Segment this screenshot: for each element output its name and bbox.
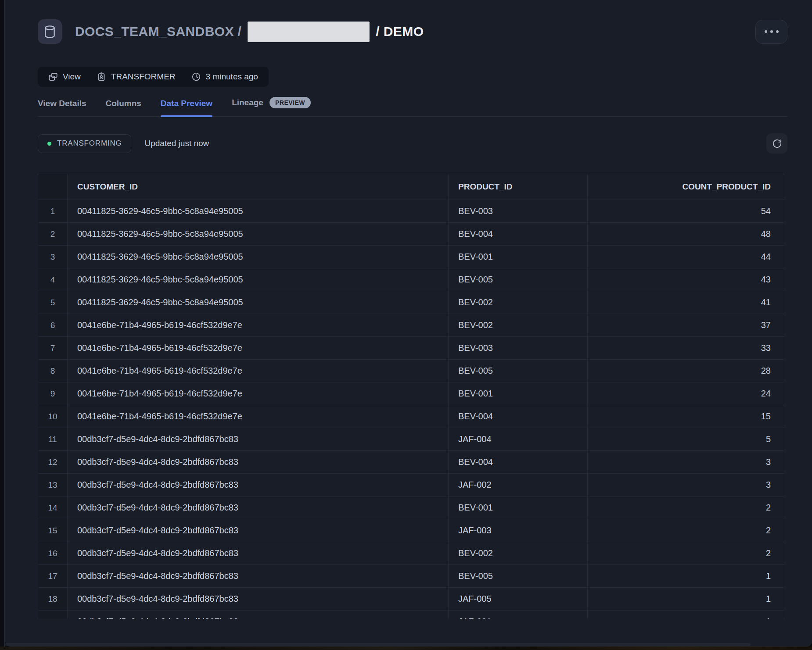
- product-id-cell: BEV-003: [449, 337, 588, 360]
- table-row: 200411825-3629-46c5-9bbc-5c8a94e95005BEV…: [38, 223, 784, 246]
- customer-id-header: CUSTOMER_ID: [68, 174, 449, 200]
- count-product-id-header: COUNT_PRODUCT_ID: [588, 174, 784, 200]
- row-number-cell: 14: [38, 496, 68, 519]
- customer-id-cell: 00db3cf7-d5e9-4dc4-8dc9-2bdfd867bc83: [68, 428, 449, 451]
- count-cell: 1: [588, 565, 784, 588]
- row-number-cell: 19: [38, 611, 68, 619]
- status-row: TRANSFORMING Updated just now: [38, 133, 787, 154]
- row-number-cell: 10: [38, 405, 68, 428]
- count-cell: 28: [588, 360, 784, 382]
- count-cell: 2: [588, 496, 784, 519]
- refresh-icon: [772, 139, 782, 149]
- product-id-cell: BEV-002: [449, 291, 588, 314]
- row-number-cell: 13: [38, 474, 68, 496]
- row-number-cell: 8: [38, 360, 68, 382]
- page-title: DOCS_TEAM_SANDBOX / / DEMO: [75, 21, 424, 42]
- screen-bottom-edge: [0, 646, 812, 650]
- table-row: 1700db3cf7-d5e9-4dc4-8dc9-2bdfd867bc83BE…: [38, 565, 784, 588]
- tab-columns[interactable]: Columns: [106, 99, 141, 116]
- count-cell: 1: [588, 611, 784, 619]
- count-cell: 3: [588, 474, 784, 496]
- product-id-cell: BEV-005: [449, 360, 588, 382]
- product-id-cell: BEV-004: [449, 451, 588, 474]
- table-row: 1300db3cf7-d5e9-4dc4-8dc9-2bdfd867bc83JA…: [38, 474, 784, 496]
- product-id-cell: JAF-002: [449, 474, 588, 496]
- table-row: 80041e6be-71b4-4965-b619-46cf532d9e7eBEV…: [38, 360, 784, 382]
- customer-id-cell: 00411825-3629-46c5-9bbc-5c8a94e95005: [68, 223, 449, 246]
- row-number-cell: 16: [38, 542, 68, 565]
- preview-badge: PREVIEW: [269, 97, 311, 108]
- customer-id-cell: 00db3cf7-d5e9-4dc4-8dc9-2bdfd867bc83: [68, 565, 449, 588]
- last-updated-badge: 3 minutes ago: [191, 72, 258, 82]
- table-row: 1100db3cf7-d5e9-4dc4-8dc9-2bdfd867bc83JA…: [38, 428, 784, 451]
- table-row: 1600db3cf7-d5e9-4dc4-8dc9-2bdfd867bc83BE…: [38, 542, 784, 565]
- product-id-cell: BEV-001: [449, 246, 588, 268]
- table-row: 100411825-3629-46c5-9bbc-5c8a94e95005BEV…: [38, 200, 784, 223]
- product-id-cell: BEV-005: [449, 268, 588, 291]
- tab-lineage[interactable]: Lineage PREVIEW: [232, 97, 311, 116]
- count-cell: 37: [588, 314, 784, 337]
- table-row: 90041e6be-71b4-4965-b619-46cf532d9e7eBEV…: [38, 382, 784, 405]
- database-icon: [38, 19, 62, 44]
- row-number-cell: 6: [38, 314, 68, 337]
- customer-id-cell: 00db3cf7-d5e9-4dc4-8dc9-2bdfd867bc83: [68, 542, 449, 565]
- table-row: 1500db3cf7-d5e9-4dc4-8dc9-2bdfd867bc83JA…: [38, 519, 784, 542]
- customer-id-cell: 00411825-3629-46c5-9bbc-5c8a94e95005: [68, 268, 449, 291]
- age-label: 3 minutes ago: [206, 72, 258, 82]
- refresh-button[interactable]: [766, 133, 787, 154]
- count-cell: 5: [588, 428, 784, 451]
- data-preview-table: CUSTOMER_ID PRODUCT_ID COUNT_PRODUCT_ID …: [38, 174, 784, 619]
- product-id-cell: BEV-005: [449, 565, 588, 588]
- customer-id-cell: 0041e6be-71b4-4965-b619-46cf532d9e7e: [68, 337, 449, 360]
- table-row: 1900db3cf7-d5e9-4dc4-8dc9-2bdfd867bc83JA…: [38, 611, 784, 619]
- product-id-header: PRODUCT_ID: [449, 174, 588, 200]
- status-badge: TRANSFORMING: [38, 134, 131, 153]
- product-id-cell: BEV-001: [449, 496, 588, 519]
- data-preview-table-container[interactable]: CUSTOMER_ID PRODUCT_ID COUNT_PRODUCT_ID …: [38, 174, 787, 619]
- view-icon: [48, 72, 58, 82]
- horizontal-scrollbar[interactable]: [5, 643, 751, 646]
- row-number-header: [38, 174, 68, 200]
- count-cell: 54: [588, 200, 784, 223]
- count-cell: 2: [588, 519, 784, 542]
- updated-text: Updated just now: [144, 139, 209, 148]
- count-cell: 3: [588, 451, 784, 474]
- table-header-row: CUSTOMER_ID PRODUCT_ID COUNT_PRODUCT_ID: [38, 174, 784, 200]
- row-number-cell: 7: [38, 337, 68, 360]
- row-number-cell: 18: [38, 588, 68, 611]
- customer-id-cell: 0041e6be-71b4-4965-b619-46cf532d9e7e: [68, 360, 449, 382]
- customer-id-cell: 00db3cf7-d5e9-4dc4-8dc9-2bdfd867bc83: [68, 474, 449, 496]
- role-badge: TRANSFORMER: [97, 72, 176, 82]
- more-actions-button[interactable]: [755, 20, 787, 44]
- table-row: 400411825-3629-46c5-9bbc-5c8a94e95005BEV…: [38, 268, 784, 291]
- tab-data-preview[interactable]: Data Preview: [161, 99, 212, 116]
- product-id-cell: JAF-005: [449, 588, 588, 611]
- customer-id-cell: 00db3cf7-d5e9-4dc4-8dc9-2bdfd867bc83: [68, 519, 449, 542]
- status-dot-icon: [47, 142, 51, 146]
- object-name: / DEMO: [376, 24, 424, 39]
- product-id-cell: BEV-003: [449, 200, 588, 223]
- customer-id-cell: 00411825-3629-46c5-9bbc-5c8a94e95005: [68, 200, 449, 223]
- tab-view-details[interactable]: View Details: [38, 99, 86, 116]
- customer-id-cell: 00411825-3629-46c5-9bbc-5c8a94e95005: [68, 291, 449, 314]
- customer-id-cell: 00db3cf7-d5e9-4dc4-8dc9-2bdfd867bc83: [68, 496, 449, 519]
- count-cell: 24: [588, 382, 784, 405]
- page-header: DOCS_TEAM_SANDBOX / / DEMO: [38, 19, 787, 44]
- count-cell: 48: [588, 223, 784, 246]
- row-number-cell: 12: [38, 451, 68, 474]
- app-screen: DOCS_TEAM_SANDBOX / / DEMO Vie: [0, 0, 812, 650]
- count-cell: 43: [588, 268, 784, 291]
- product-id-cell: BEV-001: [449, 382, 588, 405]
- customer-id-cell: 00411825-3629-46c5-9bbc-5c8a94e95005: [68, 246, 449, 268]
- row-number-cell: 11: [38, 428, 68, 451]
- count-cell: 41: [588, 291, 784, 314]
- redacted-schema-name: [248, 21, 370, 42]
- table-row: 300411825-3629-46c5-9bbc-5c8a94e95005BEV…: [38, 246, 784, 268]
- table-row: 100041e6be-71b4-4965-b619-46cf532d9e7eBE…: [38, 405, 784, 428]
- product-id-cell: JAF-001: [449, 611, 588, 619]
- count-cell: 1: [588, 588, 784, 611]
- table-row: 500411825-3629-46c5-9bbc-5c8a94e95005BEV…: [38, 291, 784, 314]
- transformer-badge-icon: [97, 72, 106, 82]
- customer-id-cell: 00db3cf7-d5e9-4dc4-8dc9-2bdfd867bc83: [68, 451, 449, 474]
- row-number-cell: 17: [38, 565, 68, 588]
